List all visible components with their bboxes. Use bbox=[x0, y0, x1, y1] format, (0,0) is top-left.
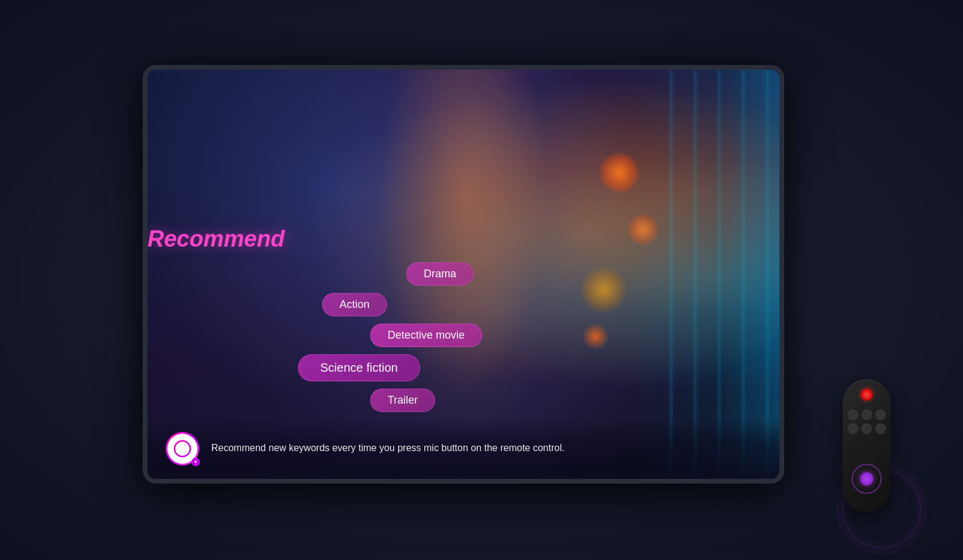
bottom-bar: Recommend new keywords every time you pr… bbox=[147, 419, 779, 479]
remote-btn-2[interactable] bbox=[861, 410, 872, 420]
bottom-instruction-text: Recommend new keywords every time you pr… bbox=[211, 442, 565, 455]
genre-tag-scifi[interactable]: Science fiction bbox=[298, 354, 420, 381]
remote-buttons-grid bbox=[847, 410, 886, 434]
remote-btn-5[interactable] bbox=[861, 423, 872, 434]
recommend-title: Recommend bbox=[147, 226, 285, 251]
genre-tag-trailer[interactable]: Trailer bbox=[370, 389, 435, 412]
tag-row-trailer: Trailer bbox=[298, 389, 689, 412]
remote-btn-4[interactable] bbox=[847, 423, 858, 434]
tag-row-action: Action bbox=[298, 293, 689, 316]
genre-tag-drama[interactable]: Drama bbox=[406, 262, 474, 286]
svg-point-0 bbox=[175, 441, 190, 457]
background-wrapper: Recommend Drama Action Detective movie S… bbox=[0, 0, 963, 560]
remote-body bbox=[843, 380, 891, 512]
genre-tag-detective[interactable]: Detective movie bbox=[370, 324, 482, 347]
remote-nav-center-button[interactable] bbox=[860, 472, 873, 485]
remote-btn-1[interactable] bbox=[847, 410, 858, 420]
tv-screen: Recommend Drama Action Detective movie S… bbox=[147, 70, 779, 479]
remote-control bbox=[831, 362, 915, 542]
remote-btn-6[interactable] bbox=[875, 423, 886, 434]
tag-row-detective: Detective movie bbox=[298, 324, 689, 347]
tv-frame: Recommend Drama Action Detective movie S… bbox=[147, 70, 779, 479]
remote-btn-3[interactable] bbox=[875, 410, 886, 420]
tag-row-scifi: Science fiction bbox=[298, 354, 689, 381]
mic-button[interactable] bbox=[166, 432, 199, 466]
remote-power-button[interactable] bbox=[861, 389, 873, 401]
tag-row-drama: Drama bbox=[298, 262, 689, 286]
genre-tag-action[interactable]: Action bbox=[322, 293, 387, 316]
tags-container: Recommend Drama Action Detective movie S… bbox=[298, 262, 689, 419]
remote-nav-ring bbox=[852, 464, 882, 494]
